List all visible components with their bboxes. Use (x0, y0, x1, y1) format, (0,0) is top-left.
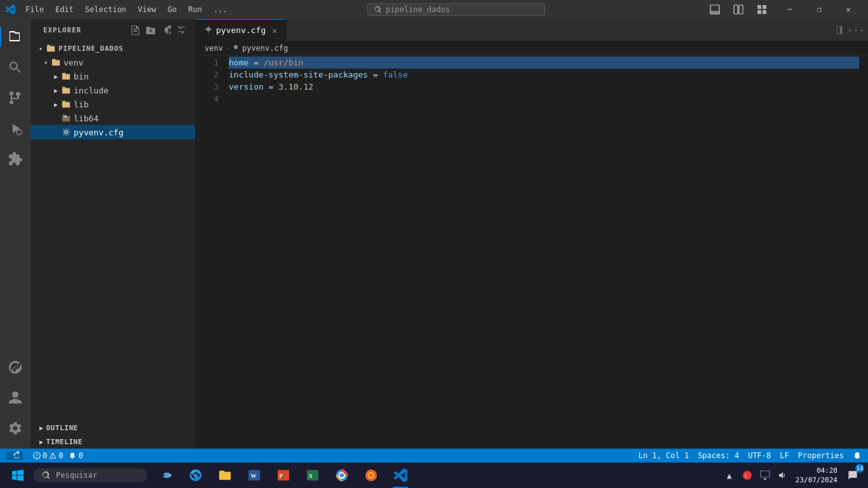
activity-accounts[interactable] (0, 383, 31, 413)
taskbar-app-fish[interactable] (153, 463, 180, 488)
tree-item-lib[interactable]: ▶ lib (31, 97, 195, 111)
error-count[interactable]: 0 0 0 (33, 451, 83, 460)
indentation[interactable]: Spaces: 4 (698, 451, 739, 460)
taskbar-app-vscode[interactable] (386, 463, 414, 488)
breadcrumb: venv › pyvenv.cfg (196, 41, 868, 55)
activity-search[interactable] (0, 52, 31, 83)
tabs-bar: pyvenv.cfg ✕ ··· (196, 19, 868, 41)
taskbar-clock[interactable]: 04:28 23/07/2024 (796, 466, 837, 485)
activity-source-control[interactable] (0, 83, 31, 113)
taskbar-search[interactable]: Pesquisar (33, 468, 147, 482)
refresh-explorer-button[interactable] (159, 24, 172, 37)
encoding[interactable]: UTF-8 (748, 451, 771, 460)
menu-view[interactable]: View (133, 3, 161, 17)
layout-button[interactable] (752, 0, 773, 19)
tree-label-lib64: lib64 (74, 114, 98, 123)
remote-status-icon (10, 451, 19, 460)
line-ending-text: LF (780, 451, 789, 460)
tree-label-pyvenv-cfg: pyvenv.cfg (74, 128, 123, 137)
notifications-bell[interactable] (853, 451, 862, 460)
taskbar: Pesquisar (0, 463, 868, 488)
collapse-all-icon (176, 25, 186, 36)
menu-run[interactable]: Run (183, 3, 207, 17)
menu-edit[interactable]: Edit (50, 3, 79, 17)
tree-item-lib64[interactable]: ▶ lib64 (31, 111, 195, 125)
code-line-3: version = 3.10.12 (229, 81, 859, 93)
volume-icon[interactable] (775, 468, 790, 483)
taskbar-app-edge[interactable] (182, 463, 210, 488)
activity-extensions[interactable] (0, 144, 31, 174)
taskbar-app-chrome[interactable] (328, 463, 356, 488)
symlink-icon-lib64 (61, 113, 71, 123)
split-editor-button[interactable] (728, 0, 749, 19)
svg-rect-4 (739, 5, 743, 14)
title-bar-right: ─ ❐ ✕ (704, 0, 863, 19)
tab-label-pyvenv: pyvenv.cfg (216, 25, 266, 35)
settings-gear-icon (8, 421, 23, 436)
activity-bar-bottom (0, 352, 31, 449)
svg-point-28 (340, 473, 344, 477)
breadcrumb-venv[interactable]: venv (205, 44, 223, 53)
taskbar-apps: W P X (153, 463, 414, 488)
config-file-icon-pyvenv (61, 127, 71, 137)
notification-center-button[interactable]: 14 (843, 465, 863, 485)
taskbar-app-files[interactable] (211, 463, 239, 488)
activity-explorer[interactable] (0, 22, 31, 52)
collapse-all-button[interactable] (175, 24, 187, 37)
folder-icon-bin (61, 71, 71, 81)
new-file-button[interactable] (129, 24, 142, 37)
restore-button[interactable]: ❐ (804, 0, 834, 19)
line-ending[interactable]: LF (780, 451, 789, 460)
activity-run-debug[interactable] (0, 113, 31, 144)
tree-label-lib: lib (74, 100, 88, 109)
activity-settings[interactable] (0, 413, 31, 444)
new-folder-button[interactable] (144, 24, 157, 37)
split-editor-icon (733, 4, 743, 15)
code-content[interactable]: home = /usr/bin include-system-site-pack… (226, 55, 859, 449)
layout-icon (757, 4, 767, 15)
menu-go[interactable]: Go (163, 3, 182, 17)
svg-point-19 (170, 475, 171, 476)
minimize-button[interactable]: ─ (775, 0, 804, 19)
cursor-position[interactable]: Ln 1, Col 1 (639, 451, 689, 460)
tab-close-button[interactable]: ✕ (269, 25, 280, 36)
tree-item-bin[interactable]: ▶ bin (31, 69, 195, 83)
close-button[interactable]: ✕ (834, 0, 863, 19)
taskbar-app-word[interactable]: W (240, 463, 268, 488)
bell-icon (853, 451, 862, 460)
panel-toggle-button[interactable] (704, 0, 725, 19)
start-button[interactable] (5, 463, 31, 488)
svg-rect-5 (757, 5, 761, 9)
tab-pyvenv-cfg[interactable]: pyvenv.cfg ✕ (196, 19, 287, 41)
activity-remote-explorer[interactable] (0, 352, 31, 383)
show-hidden-icons-button[interactable]: ▲ (722, 468, 737, 483)
svg-point-13 (208, 29, 209, 30)
network-status-icon (760, 470, 770, 480)
sidebar-header: EXPLORER (31, 19, 195, 41)
line-num-4: 4 (196, 93, 219, 105)
outline-panel-header[interactable]: ▶ OUTLINE (31, 421, 195, 435)
remote-indicator[interactable] (6, 451, 23, 460)
svg-text:P: P (280, 473, 283, 479)
sidebar-title: EXPLORER (43, 26, 81, 34)
vscode-taskbar-icon (393, 468, 407, 482)
antivirus-icon[interactable]: ! (740, 468, 755, 483)
notification-bell-icon (69, 452, 76, 459)
menu-file[interactable]: File (20, 3, 49, 17)
taskbar-app-browser2[interactable] (357, 463, 385, 488)
search-text: pipeline_dados (386, 5, 450, 14)
network-icon[interactable] (757, 468, 773, 483)
taskbar-app-excel[interactable]: X (299, 463, 327, 488)
menu-selection[interactable]: Selection (80, 3, 132, 17)
taskbar-app-powerpoint[interactable]: P (269, 463, 297, 488)
tree-item-pyvenv-cfg[interactable]: ▶ pyvenv.cfg (31, 125, 195, 139)
breadcrumb-file[interactable]: pyvenv.cfg (242, 44, 288, 53)
language-mode[interactable]: Properties (798, 451, 844, 460)
tree-item-venv[interactable]: ▾ venv (31, 55, 195, 69)
tree-root-pipeline-dados[interactable]: ▾ PIPELINE_DADOS (31, 41, 195, 55)
tree-item-include[interactable]: ▶ include (31, 83, 195, 97)
split-editor-right-button[interactable] (832, 23, 846, 37)
global-search-bar[interactable]: pipeline_dados (367, 3, 545, 16)
timeline-panel-header[interactable]: ▶ TIMELINE (31, 435, 195, 449)
more-actions-button[interactable]: ··· (849, 23, 863, 37)
